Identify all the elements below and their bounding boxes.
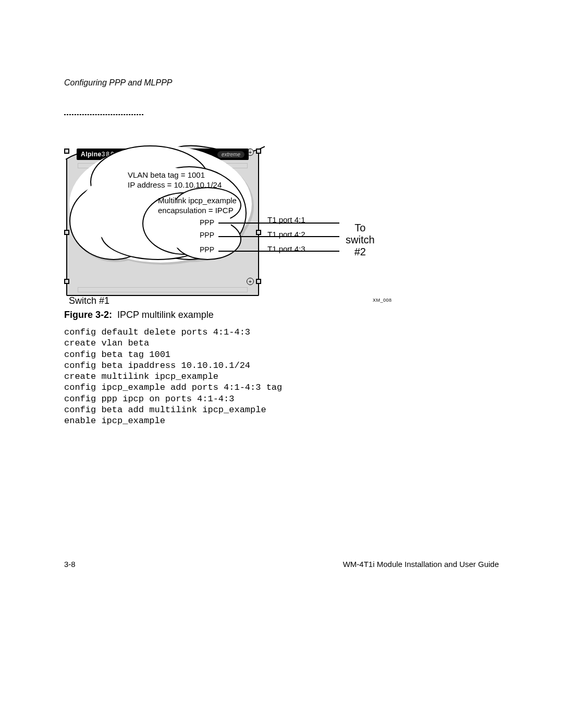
chassis-tab-icon [256,279,261,284]
to-switch-line2: switch [346,234,375,245]
figure-ipcp-multilink: + + Alpine3800 extreme [64,114,387,308]
figure-caption-label: Figure 3-2: [64,310,112,320]
chassis-tab-icon [256,230,261,235]
ppp-label: PPP [200,218,214,228]
vendor-badge: extreme [217,151,244,158]
figure-caption-text: IPCP multilink example [117,310,214,320]
running-head: Configuring PPP and MLPPP [64,78,173,88]
page: Configuring PPP and MLPPP + + Alpine3800 [0,0,563,728]
page-number: 3-8 [64,560,76,569]
switch-name-label: Switch #1 [69,295,109,306]
multilink-label: Multilink ipcp_example encapsulation = I… [158,196,237,216]
chassis-tab-icon [256,149,261,154]
empty-slot-icon [78,287,248,292]
vlan-label-line1: VLAN beta tag = 1001 [128,170,205,179]
multilink-label-line2: encapsulation = IPCP [158,206,234,215]
figure-code: XM_008 [373,298,392,303]
screw-icon: + [247,278,254,285]
ppp-label: PPP [200,231,214,240]
doc-title-footer: WM-4T1i Module Installation and User Gui… [343,560,499,569]
port-label: T1 port 4:1 [267,215,305,225]
to-switch-line1: To [354,222,365,233]
to-switch-line3: #2 [354,246,366,257]
multilink-label-line1: Multilink ipcp_example [158,196,237,205]
divider-dashed-icon [64,115,143,115]
chassis-tab-icon [64,149,69,154]
figure-caption: Figure 3-2: IPCP multilink example [64,310,214,320]
device-brand-text: Alpine [81,151,102,158]
chassis-tab-icon [64,230,69,235]
config-code-block: config default delete ports 4:1-4:3 crea… [64,327,282,426]
vlan-label: VLAN beta tag = 1001 IP address = 10.10.… [128,170,222,190]
port-label: T1 port 4:2 [267,230,305,240]
chassis-tab-icon [64,279,69,284]
vlan-label-line2: IP address = 10.10.10.1/24 [128,180,222,189]
to-switch-label: To switch #2 [346,222,375,258]
ppp-label: PPP [200,245,214,255]
port-label: T1 port 4:3 [267,244,305,254]
